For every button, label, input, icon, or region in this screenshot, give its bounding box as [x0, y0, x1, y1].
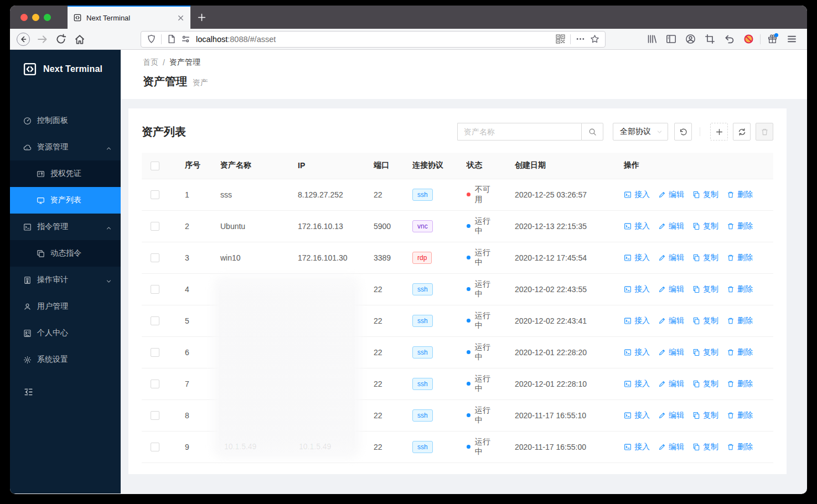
app: Next Terminal 控制面板资源管理授权凭证资产列表指令管理动态指令操作… — [10, 50, 807, 493]
action-edit-link[interactable]: 编辑 — [658, 442, 684, 452]
action-copy-link[interactable]: 复制 — [692, 221, 718, 231]
home-icon[interactable] — [72, 32, 87, 47]
add-asset-button[interactable] — [710, 123, 728, 141]
row-checkbox[interactable] — [151, 222, 159, 231]
new-tab-button[interactable] — [190, 6, 213, 29]
sidebar-item[interactable]: 资产列表 — [10, 187, 121, 214]
sidebar-item[interactable]: 动态指令 — [10, 240, 121, 267]
action-delete-link[interactable]: 删除 — [727, 347, 753, 357]
action-copy-link[interactable]: 复制 — [692, 316, 718, 326]
permissions-icon[interactable] — [181, 34, 190, 44]
delete-selected-button[interactable] — [756, 123, 773, 141]
sidebar-item[interactable]: 授权凭证 — [10, 160, 121, 187]
breadcrumb-home[interactable]: 首页 — [143, 58, 158, 67]
sidebar-item[interactable]: 操作审计 — [10, 267, 121, 293]
action-edit-link[interactable]: 编辑 — [658, 190, 684, 200]
row-checkbox[interactable] — [151, 380, 159, 388]
protocol-select[interactable]: 全部协议 — [613, 123, 668, 141]
sidebar-item[interactable]: 个人中心 — [10, 320, 121, 346]
page-actions-icon[interactable] — [576, 34, 585, 44]
action-terminal-link[interactable]: 接入 — [624, 379, 650, 389]
back-icon[interactable] — [15, 32, 31, 47]
action-label: 复制 — [703, 411, 718, 420]
app-logo[interactable]: Next Terminal — [10, 50, 121, 89]
action-edit-link[interactable]: 编辑 — [658, 221, 684, 231]
action-edit-link[interactable]: 编辑 — [658, 316, 684, 326]
menu-fold-icon[interactable] — [24, 387, 33, 397]
action-delete-link[interactable]: 删除 — [727, 190, 753, 200]
action-edit-link[interactable]: 编辑 — [658, 253, 684, 263]
action-terminal-link[interactable]: 接入 — [624, 284, 650, 294]
account-icon[interactable] — [682, 32, 698, 47]
shield-icon[interactable] — [147, 34, 156, 44]
row-checkbox[interactable] — [151, 285, 159, 294]
row-checkbox[interactable] — [151, 253, 159, 262]
close-window-button[interactable] — [20, 14, 28, 21]
sidebar-item[interactable]: 系统设置 — [10, 346, 121, 373]
action-delete-link[interactable]: 删除 — [727, 316, 753, 326]
action-label: 编辑 — [669, 379, 684, 389]
action-edit-link[interactable]: 编辑 — [658, 411, 684, 420]
action-terminal-link[interactable]: 接入 — [624, 347, 650, 357]
action-terminal-link[interactable]: 接入 — [624, 221, 650, 231]
refresh-button[interactable] — [733, 123, 751, 141]
action-delete-link[interactable]: 删除 — [727, 284, 753, 294]
action-delete-link[interactable]: 删除 — [727, 379, 753, 389]
action-copy-link[interactable]: 复制 — [692, 347, 718, 357]
library-icon[interactable] — [644, 32, 659, 47]
action-terminal-link[interactable]: 接入 — [624, 411, 650, 420]
edit-icon — [658, 317, 666, 325]
chevron-up-icon — [106, 224, 112, 230]
select-all-checkbox[interactable] — [151, 162, 159, 170]
forward-icon[interactable] — [34, 32, 50, 47]
page-subtitle: 资产 — [193, 78, 208, 88]
action-delete-link[interactable]: 删除 — [727, 411, 753, 420]
sidebar-item[interactable]: 指令管理 — [10, 214, 121, 240]
undo-nav-icon[interactable] — [721, 32, 737, 47]
minimize-window-button[interactable] — [32, 14, 39, 21]
row-checkbox[interactable] — [151, 443, 159, 451]
sidebar-item[interactable]: 控制面板 — [10, 107, 121, 134]
action-copy-link[interactable]: 复制 — [692, 379, 718, 389]
action-delete-link[interactable]: 删除 — [727, 253, 753, 263]
action-terminal-link[interactable]: 接入 — [624, 190, 650, 200]
action-copy-link[interactable]: 复制 — [692, 442, 718, 452]
table-header-row: 序号资产名称IP端口连接协议状态创建日期操作 — [142, 153, 773, 179]
action-delete-link[interactable]: 删除 — [727, 221, 753, 231]
url-bar[interactable]: localhost:8088/#/asset — [141, 31, 606, 48]
tab-close-icon[interactable] — [177, 14, 185, 22]
app-menu-icon[interactable] — [784, 32, 799, 47]
row-checkbox[interactable] — [151, 411, 159, 420]
screenshot-icon[interactable] — [702, 32, 717, 47]
action-copy-link[interactable]: 复制 — [692, 284, 718, 294]
qr-code-icon[interactable] — [556, 34, 565, 44]
action-terminal-link[interactable]: 接入 — [624, 316, 650, 326]
reload-icon[interactable] — [53, 32, 69, 47]
action-copy-link[interactable]: 复制 — [692, 190, 718, 200]
action-terminal-link[interactable]: 接入 — [624, 253, 650, 263]
action-copy-link[interactable]: 复制 — [692, 253, 718, 263]
whatsnew-gift-icon[interactable] — [764, 32, 780, 47]
sidebar-item-label: 个人中心 — [37, 328, 68, 338]
sidebar-item[interactable]: 用户管理 — [10, 293, 121, 320]
row-checkbox[interactable] — [151, 316, 159, 325]
search-input[interactable] — [457, 123, 581, 141]
action-edit-link[interactable]: 编辑 — [658, 347, 684, 357]
action-delete-link[interactable]: 删除 — [727, 442, 753, 452]
browser-tab[interactable]: Next Terminal — [68, 6, 190, 29]
page-icon[interactable] — [167, 34, 176, 44]
action-edit-link[interactable]: 编辑 — [658, 379, 684, 389]
row-checkbox[interactable] — [151, 190, 159, 199]
sidebar-item[interactable]: 资源管理 — [10, 134, 121, 160]
action-terminal-link[interactable]: 接入 — [624, 442, 650, 452]
blocked-extension-icon[interactable] — [741, 32, 756, 47]
action-edit-link[interactable]: 编辑 — [658, 284, 684, 294]
search-button[interactable] — [581, 123, 603, 141]
row-checkbox[interactable] — [151, 348, 159, 357]
action-label: 复制 — [703, 442, 718, 452]
zoom-window-button[interactable] — [44, 14, 51, 21]
undo-filter-button[interactable] — [674, 123, 692, 141]
bookmark-star-icon[interactable] — [590, 34, 599, 44]
action-copy-link[interactable]: 复制 — [692, 411, 718, 420]
sidebar-panel-icon[interactable] — [663, 32, 679, 47]
